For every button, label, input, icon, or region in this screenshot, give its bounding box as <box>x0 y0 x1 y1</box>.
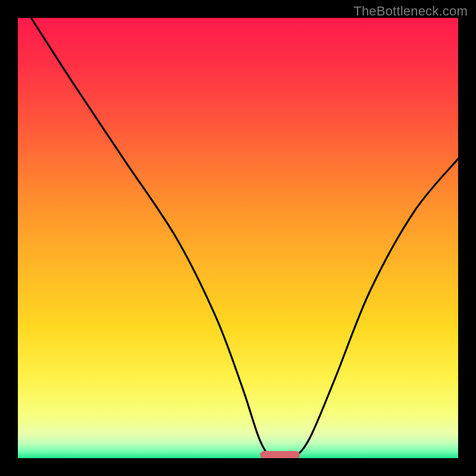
bottleneck-curve-path <box>31 18 458 458</box>
chart-frame: TheBottleneck.com <box>0 0 476 476</box>
watermark-text: TheBottleneck.com <box>353 4 468 19</box>
plot-area <box>18 18 458 458</box>
curve-layer <box>18 18 458 458</box>
optimal-range-marker <box>260 451 300 458</box>
